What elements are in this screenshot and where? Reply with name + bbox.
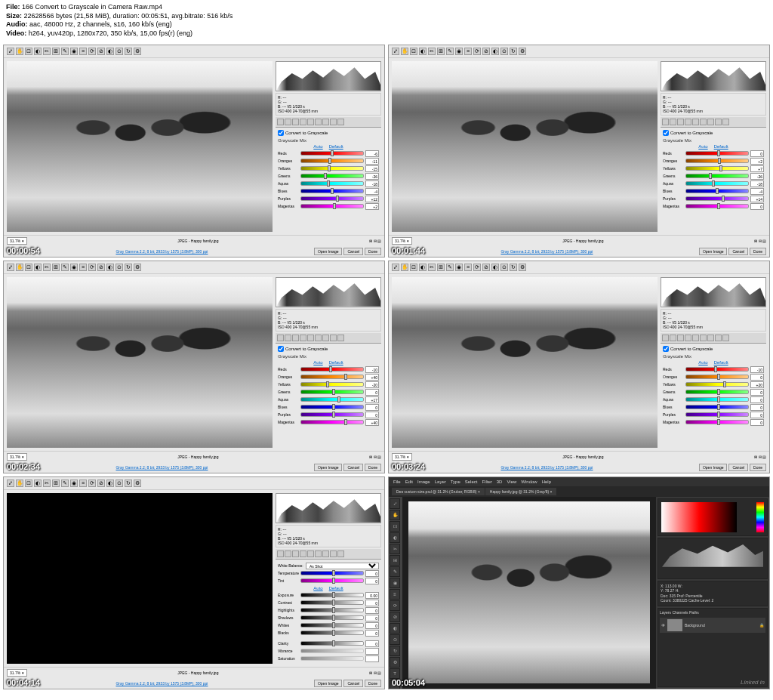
slider-aquas[interactable]: Aquas 0 [663,396,764,403]
open-button[interactable]: Open Image [699,464,728,471]
slider-reds[interactable]: Reds -6 [278,150,379,157]
cancel-button[interactable]: Cancel [728,464,748,471]
slider-oranges[interactable]: Oranges +40 [278,374,379,381]
slider-blues[interactable]: Blues 0 [278,404,379,411]
document-tabs[interactable]: Dee custom-size.psd @ 31.2% (Gruber, RGB… [389,486,769,497]
slider-magentas[interactable]: Magentas 0 [663,419,764,426]
slider-whites[interactable]: Whites 0 [278,622,379,629]
workflow-link[interactable]: Gray Gamma 2.2; 8 bit; 2933 by 1575 (3.8… [10,681,314,686]
menu-bar[interactable]: FileEditImageLayerTypeSelectFilter3DView… [389,477,769,486]
default-link[interactable]: Default [329,360,343,365]
done-button[interactable]: Done [750,248,766,255]
slider-yellows[interactable]: Yellows +20 [663,381,764,388]
convert-grayscale-checkbox[interactable] [278,346,284,352]
preview-area[interactable] [392,277,658,448]
open-button[interactable]: Open Image [699,248,728,255]
zoom-level[interactable]: 31.7% ▾ [392,237,412,245]
done-button[interactable]: Done [750,464,766,471]
slider-yellows[interactable]: Yellows +7 [663,165,764,172]
slider-exposure[interactable]: Exposure 0.00 [278,592,379,599]
auto-link[interactable]: Auto [698,360,707,365]
slider-magentas[interactable]: Magentas +2 [278,203,379,210]
workflow-link[interactable]: Gray Gamma 2.2; 8 bit; 2933 by 1575 (3.8… [10,249,314,254]
slider-purples[interactable]: Purples +14 [663,196,764,202]
slider-clarity[interactable]: Clarity 0 [278,640,379,647]
zoom-level[interactable]: 31.7% ▾ [7,237,27,245]
slider-oranges[interactable]: Oranges 0 [663,374,764,381]
slider-reds[interactable]: Reds 0 [663,150,764,157]
layers-panel[interactable]: Layers Channels Paths 👁Background🔒 [658,608,768,687]
zoom-level[interactable]: 31.7% ▾ [7,669,27,677]
zoom-level[interactable]: 31.7% ▾ [7,453,27,461]
slider-yellows[interactable]: Yellows -20 [278,381,379,388]
slider-oranges[interactable]: Oranges +2 [663,158,764,165]
cancel-button[interactable]: Cancel [343,680,363,687]
slider-purples[interactable]: Purples 0 [278,412,379,418]
done-button[interactable]: Done [365,464,381,471]
auto-link[interactable]: Auto [313,144,322,149]
panel-tabs[interactable] [661,333,766,344]
exif-info: R: ---G: ---B: --- f/5 1/320 s ISO 400 2… [661,309,766,331]
default-link[interactable]: Default [329,586,343,591]
auto-link[interactable]: Auto [313,360,322,365]
workflow-link[interactable]: Gray Gamma 2.2; 8 bit; 2933 by 1575 (3.8… [395,249,699,254]
auto-link[interactable]: Auto [698,144,707,149]
slider-greens[interactable]: Greens -26 [278,173,379,180]
done-button[interactable]: Done [365,680,381,687]
open-button[interactable]: Open Image [314,248,343,255]
slider-aquas[interactable]: Aquas +17 [278,396,379,403]
workflow-link[interactable]: Gray Gamma 2.2; 8 bit; 2933 by 1575 (3.8… [395,465,699,470]
panel-tabs[interactable] [276,117,381,128]
slider-reds[interactable]: Reds -10 [663,366,764,373]
slider-greens[interactable]: Greens 0 [278,389,379,396]
slider-greens[interactable]: Greens -26 [663,173,764,180]
panel-tabs[interactable] [276,333,381,344]
canvas[interactable] [402,497,656,689]
done-button[interactable]: Done [365,248,381,255]
open-button[interactable]: Open Image [314,464,343,471]
auto-link[interactable]: Auto [313,586,322,591]
convert-grayscale-checkbox[interactable] [663,346,669,352]
preview-area[interactable] [7,277,273,448]
preview-area[interactable] [7,493,273,664]
slider-temperature[interactable]: Temperature 0 [278,570,379,577]
zoom-level[interactable]: 31.7% ▾ [392,453,412,461]
slider-aquas[interactable]: Aquas -18 [663,180,764,187]
open-button[interactable]: Open Image [314,680,343,687]
workflow-link[interactable]: Gray Gamma 2.2; 8 bit; 2933 by 1575 (3.8… [10,465,314,470]
slider-magentas[interactable]: Magentas 0 [663,203,764,210]
panel-tabs[interactable] [661,117,766,128]
slider-tint[interactable]: Tint 0 [278,578,379,584]
panel-tabs[interactable] [276,549,381,560]
default-link[interactable]: Default [714,144,728,149]
slider-greens[interactable]: Greens 0 [663,389,764,396]
slider-magentas[interactable]: Magentas +40 [278,419,379,426]
slider-highlights[interactable]: Highlights 0 [278,607,379,614]
slider-blues[interactable]: Blues -4 [663,188,764,195]
cancel-button[interactable]: Cancel [343,464,363,471]
color-panel[interactable] [658,498,768,536]
default-link[interactable]: Default [329,144,343,149]
slider-shadows[interactable]: Shadows 0 [278,615,379,621]
slider-oranges[interactable]: Oranges -11 [278,158,379,165]
slider-purples[interactable]: Purples 0 [663,412,764,418]
slider-blacks[interactable]: Blacks 0 [278,630,379,637]
tools-panel[interactable]: ⤢✋⊡◐✂⊞✎◉≡⟳⊘◐⊙↻⚙T▭◯✋⊙ [389,497,402,689]
cancel-button[interactable]: Cancel [343,248,363,255]
preview-area[interactable] [392,61,658,232]
default-link[interactable]: Default [714,360,728,365]
slider-contrast[interactable]: Contrast 0 [278,600,379,606]
convert-grayscale-checkbox[interactable] [278,130,284,136]
slider-blues[interactable]: Blues 0 [663,404,764,411]
slider-purples[interactable]: Purples +12 [278,196,379,202]
convert-grayscale-checkbox[interactable] [663,130,669,136]
slider-blues[interactable]: Blues -4 [278,188,379,195]
slider-yellows[interactable]: Yellows -15 [278,165,379,172]
preview-area[interactable] [7,61,273,232]
wb-select[interactable]: As Shot [306,563,379,569]
camera-raw-window: ⤢✋⊡◐✂⊞✎◉≡⟳⊘◐⊙↻⚙ R: ---G: ---B: --- f/5 1… [389,261,769,473]
slider-aquas[interactable]: Aquas -18 [278,180,379,187]
file-info-header: File: 166 Convert to Grayscale in Camera… [0,0,773,42]
slider-reds[interactable]: Reds -10 [278,366,379,373]
cancel-button[interactable]: Cancel [728,248,748,255]
